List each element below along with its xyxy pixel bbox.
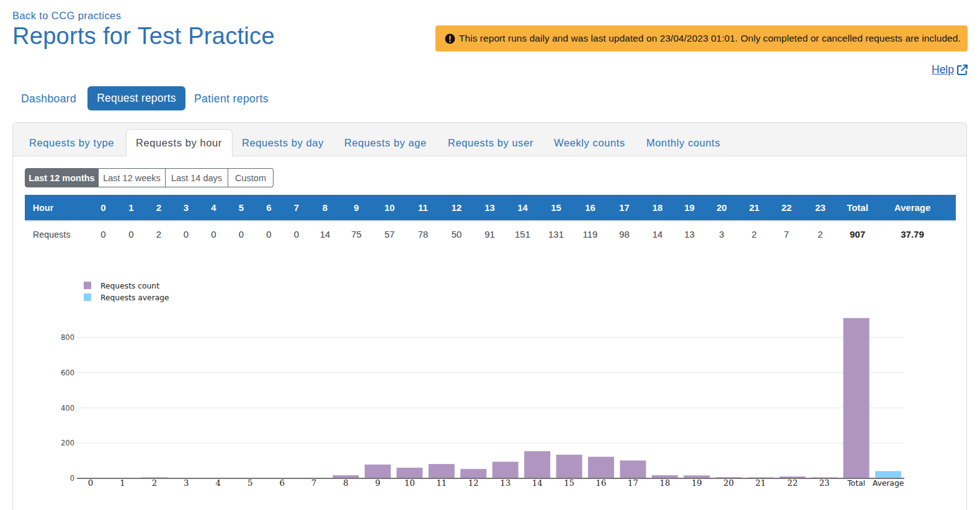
svg-text:10: 10 [404,478,415,488]
svg-text:20: 20 [723,478,734,488]
svg-text:2: 2 [152,478,157,488]
svg-text:400: 400 [61,404,74,413]
svg-text:19: 19 [692,478,702,488]
svg-text:18: 18 [659,478,670,488]
svg-text:15: 15 [564,478,574,488]
svg-text:6: 6 [279,478,284,488]
svg-text:11: 11 [436,478,447,488]
svg-text:3: 3 [184,478,189,488]
svg-text:16: 16 [596,478,607,488]
svg-text:4: 4 [216,478,221,488]
svg-text:800: 800 [61,333,74,342]
svg-text:13: 13 [500,478,510,488]
svg-text:23: 23 [819,478,830,488]
svg-text:600: 600 [61,369,74,377]
svg-text:0: 0 [88,478,93,488]
svg-text:12: 12 [468,478,479,488]
svg-text:5: 5 [247,478,252,488]
svg-text:14: 14 [532,478,543,488]
svg-text:17: 17 [628,478,638,488]
svg-text:0: 0 [70,474,74,483]
svg-text:9: 9 [375,478,380,488]
svg-text:Average: Average [873,479,904,488]
svg-text:22: 22 [787,478,798,488]
svg-text:200: 200 [61,439,74,447]
svg-text:Requests average: Requests average [100,293,169,302]
svg-text:21: 21 [755,478,766,488]
svg-text:Total: Total [847,479,865,488]
svg-text:1: 1 [120,478,125,488]
svg-text:Requests count: Requests count [100,282,159,290]
svg-text:8: 8 [343,478,348,488]
svg-text:7: 7 [311,478,316,488]
